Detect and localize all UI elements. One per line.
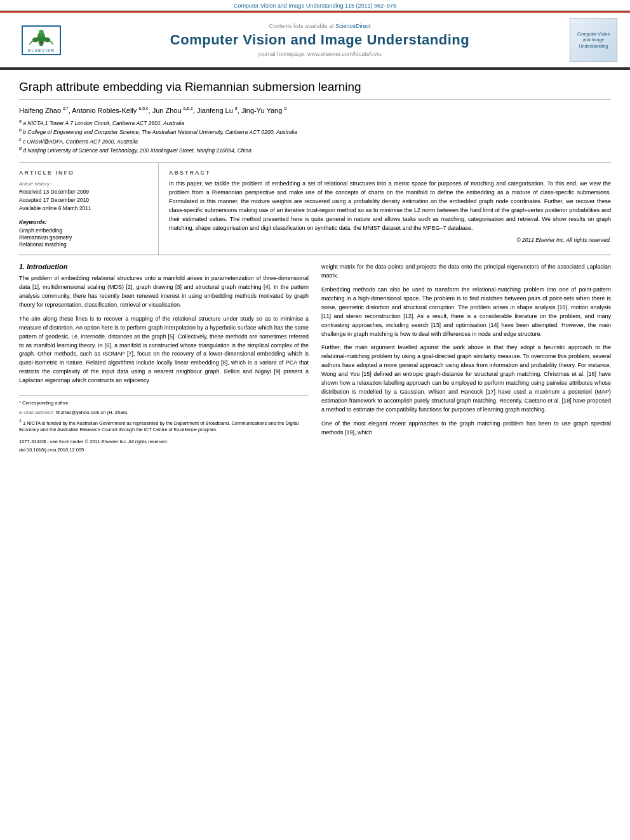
- intro-para-2: The aim along these lines is to recover …: [19, 315, 309, 386]
- introduction-title: 1. Introduction: [19, 263, 309, 270]
- footnotes-section: * Corresponding author. E-mail address: …: [19, 396, 309, 454]
- svg-point-5: [44, 37, 50, 43]
- elsevier-text: ELSEVIER: [28, 48, 55, 53]
- article-meta-section: ARTICLE INFO Article history: Received 1…: [19, 163, 611, 255]
- body-content: 1. Introduction The problem of embedding…: [19, 263, 611, 456]
- body-right-column: weight matrix for the data-points and pr…: [321, 263, 611, 456]
- right-para-2: Embedding methods can also be used to tr…: [321, 286, 611, 339]
- body-left-column: 1. Introduction The problem of embedding…: [19, 263, 309, 456]
- keywords-label: Keywords:: [19, 219, 151, 225]
- available-row: Available online 6 March 2011: [19, 204, 151, 211]
- journal-center: Contents lists available at ScienceDirec…: [83, 23, 557, 57]
- journal-title: Computer Vision and Image Understanding: [83, 32, 557, 48]
- author-jun: Jun Zhou a,b,c: [152, 107, 193, 114]
- paper-title: Graph attribute embedding via Riemannian…: [19, 80, 611, 100]
- authors-line: Haifeng Zhao d,*, Antonio Robles-Kelly a…: [19, 106, 611, 114]
- journal-thumbnail: Computer Vision and Image Understanding: [570, 18, 617, 62]
- svg-point-4: [32, 37, 38, 43]
- footer-issn: 1077-3142/$ - see front matter © 2011 El…: [19, 439, 309, 446]
- author-jingyu: Jing-Yu Yang d: [241, 107, 286, 114]
- abstract-column: ABSTRACT In this paper, we tackle the pr…: [159, 163, 611, 255]
- footer-doi: doi:10.1016/j.cviu.2010.12.005: [19, 447, 309, 454]
- affil-d: d d Nanjing University of Science and Te…: [19, 145, 611, 155]
- right-para-4: One of the most elegant recent approache…: [321, 420, 611, 437]
- history-label: Article history:: [19, 180, 151, 187]
- affil-a: a a NICTA,1 Tower A 7 London Circuit, Ca…: [19, 118, 611, 128]
- author-haifeng: Haifeng Zhao d,*: [19, 107, 69, 114]
- footnote-nicta: 1 1 NICTA is funded by the Australian Go…: [19, 418, 309, 434]
- copyright-line: © 2011 Elsevier Inc. All rights reserved…: [169, 237, 611, 243]
- keyword-1: Graph embedding: [19, 227, 151, 234]
- affil-b: b b College of Engineering and Computer …: [19, 127, 611, 137]
- author-antonio: Antonio Robles-Kelly a,b,c: [72, 107, 148, 114]
- svg-rect-6: [38, 42, 44, 43]
- footnote-email-value: hf.zhao@yahoo.com.cn (H. Zhao).: [56, 410, 129, 415]
- sciencedirect-link[interactable]: ScienceDirect: [335, 23, 371, 29]
- affiliations: a a NICTA,1 Tower A 7 London Circuit, Ca…: [19, 118, 611, 155]
- author-jianfeng: Jianfeng Lu d: [197, 107, 238, 114]
- article-info-column: ARTICLE INFO Article history: Received 1…: [19, 163, 159, 255]
- article-info-label: ARTICLE INFO: [19, 170, 151, 176]
- abstract-label: ABSTRACT: [169, 170, 611, 176]
- accepted-row: Accepted 17 December 2010: [19, 196, 151, 203]
- svg-point-3: [39, 29, 44, 34]
- footnote-email: E-mail address: hf.zhao@yahoo.com.cn (H.…: [19, 409, 309, 417]
- right-para-1: weight matrix for the data-points and pr…: [321, 263, 611, 281]
- intro-para-1: The problem of embedding relational stru…: [19, 274, 309, 310]
- affil-c: c c UNSW@ADFA, Canberra ACT 2600, Austra…: [19, 137, 611, 146]
- abstract-text: In this paper, we tackle the problem of …: [169, 180, 611, 233]
- keyword-3: Relational matching: [19, 241, 151, 248]
- keyword-2: Riemannian geometry: [19, 234, 151, 241]
- journal-citation: Computer Vision and Image Understanding …: [234, 3, 396, 9]
- main-content: Graph attribute embedding via Riemannian…: [0, 70, 630, 469]
- footnote-corresponding: * Corresponding author.: [19, 400, 309, 407]
- elsevier-header: ELSEVIER Contents lists available at Sci…: [0, 13, 630, 69]
- journal-header-bar: Computer Vision and Image Understanding …: [0, 0, 630, 11]
- right-para-3: Further, the main argument levelled agai…: [321, 343, 611, 415]
- elsevier-tree-icon: [25, 28, 57, 47]
- elsevier-logo-inner: ELSEVIER: [22, 25, 61, 55]
- received-row: Received 13 December 2009: [19, 188, 151, 195]
- journal-homepage: journal homepage: www.elsevier.com/locat…: [83, 51, 557, 57]
- elsevier-logo: ELSEVIER: [13, 21, 70, 59]
- sciencedirect-label: Contents lists available at ScienceDirec…: [83, 23, 557, 29]
